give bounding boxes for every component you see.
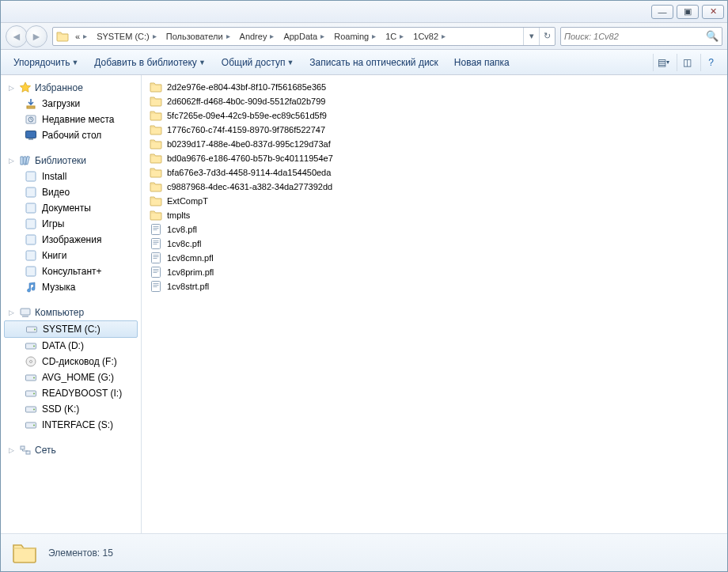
sidebar-item[interactable]: SSD (K:) bbox=[1, 401, 141, 417]
file-item[interactable]: 1cv8strt.pfl bbox=[148, 279, 721, 294]
window-titlebar: — ▣ ✕ bbox=[1, 1, 727, 23]
sidebar-item[interactable]: Загрузки bbox=[1, 96, 141, 112]
window-minimize-button[interactable]: — bbox=[651, 5, 673, 19]
breadcrumb-segment[interactable]: «▸ bbox=[72, 32, 93, 41]
command-toolbar: Упорядочить▼ Добавить в библиотеку▼ Общи… bbox=[1, 50, 727, 75]
breadcrumb-segment[interactable]: Пользователи▸ bbox=[163, 32, 237, 41]
sidebar-item[interactable]: AVG_HOME (G:) bbox=[1, 369, 141, 385]
network-header[interactable]: ▷Сеть bbox=[1, 442, 141, 458]
computer-header[interactable]: ▷Компьютер bbox=[1, 305, 141, 320]
favorites-header[interactable]: ▷Избранное bbox=[1, 80, 141, 96]
folder-item[interactable]: tmplts bbox=[148, 208, 721, 222]
file-item[interactable]: 1cv8.pfl bbox=[148, 222, 721, 237]
libi-icon bbox=[25, 249, 37, 262]
nav-back-button[interactable]: ◄ bbox=[6, 25, 28, 47]
file-item[interactable]: 1cv8prim.pfl bbox=[148, 265, 721, 279]
search-box[interactable]: 🔍 bbox=[560, 27, 722, 46]
file-name-label: 1776c760-c74f-4159-8970-9f786f522747 bbox=[167, 125, 325, 134]
sidebar-item-label: Недавние места bbox=[42, 114, 114, 125]
computer-icon bbox=[19, 306, 32, 319]
sidebar-item[interactable]: Книги bbox=[1, 248, 141, 263]
hdd-icon bbox=[25, 387, 37, 400]
sidebar-item[interactable]: Изображения bbox=[1, 232, 141, 248]
sidebar-item[interactable]: SYSTEM (C:) bbox=[4, 320, 138, 338]
file-name-label: b0239d17-488e-4be0-837d-995c129d73af bbox=[167, 139, 331, 149]
sidebar-item[interactable]: Недавние места bbox=[1, 112, 141, 127]
folder-item[interactable]: bfa676e3-7d3d-4458-9114-4da154450eda bbox=[148, 165, 721, 180]
breadcrumb-segment[interactable]: SYSTEM (C:)▸ bbox=[93, 32, 163, 41]
sidebar-item-label: Консультант+ bbox=[42, 266, 102, 277]
star-icon bbox=[19, 81, 32, 94]
preview-pane-button[interactable]: ◫ bbox=[677, 54, 697, 71]
sidebar-item-label: SYSTEM (C:) bbox=[43, 324, 100, 335]
file-name-label: tmplts bbox=[167, 210, 190, 220]
breadcrumb-segment[interactable]: 1Cv82▸ bbox=[410, 32, 452, 41]
folder-icon bbox=[150, 180, 162, 193]
sidebar-item[interactable]: DATA (D:) bbox=[1, 338, 141, 354]
folder-item[interactable]: 5fc7265e-09e4-42c9-b59e-ec89c561d5f9 bbox=[148, 108, 721, 123]
folder-icon bbox=[150, 209, 162, 222]
search-input[interactable] bbox=[564, 32, 706, 41]
sidebar-item[interactable]: Музыка bbox=[1, 279, 141, 295]
window-close-button[interactable]: ✕ bbox=[702, 5, 724, 19]
nav-forward-button[interactable]: ► bbox=[25, 25, 47, 47]
window-maximize-button[interactable]: ▣ bbox=[677, 5, 699, 19]
sidebar-item[interactable]: Игры bbox=[1, 216, 141, 232]
file-name-label: ExtCompT bbox=[167, 196, 208, 206]
folder-item[interactable]: 1776c760-c74f-4159-8970-9f786f522747 bbox=[148, 123, 721, 137]
add-to-library-button[interactable]: Добавить в библиотеку▼ bbox=[88, 54, 211, 71]
folder-icon bbox=[150, 95, 162, 108]
status-item-count: Элементов: 15 bbox=[48, 547, 113, 559]
breadcrumb-segment[interactable]: Roaming▸ bbox=[331, 32, 382, 41]
desktop-icon bbox=[25, 129, 37, 142]
file-name-label: 1cv8.pfl bbox=[167, 225, 197, 234]
breadcrumb-segment[interactable]: 1C▸ bbox=[382, 32, 410, 41]
file-name-label: bfa676e3-7d3d-4458-9114-4da154450eda bbox=[167, 168, 331, 177]
search-icon: 🔍 bbox=[706, 30, 719, 42]
sidebar-item[interactable]: CD-дисковод (F:) bbox=[1, 354, 141, 369]
sidebar-item[interactable]: INTERFACE (S:) bbox=[1, 417, 141, 433]
sidebar-item-label: Изображения bbox=[42, 234, 101, 245]
burn-button[interactable]: Записать на оптический диск bbox=[303, 54, 445, 71]
sidebar-item[interactable]: Консультант+ bbox=[1, 263, 141, 279]
libi-icon bbox=[25, 233, 37, 246]
organize-button[interactable]: Упорядочить▼ bbox=[7, 54, 85, 71]
breadcrumb-segment[interactable]: Andrey▸ bbox=[237, 32, 281, 41]
computer-group: ▷Компьютер SYSTEM (C:)DATA (D:)CD-дисков… bbox=[1, 305, 141, 433]
address-bar[interactable]: «▸SYSTEM (C:)▸Пользователи▸Andrey▸AppDat… bbox=[52, 27, 555, 46]
file-item[interactable]: 1cv8cmn.pfl bbox=[148, 251, 721, 265]
file-name-label: 1cv8cmn.pfl bbox=[167, 253, 214, 263]
address-dropdown-button[interactable]: ▾ bbox=[523, 28, 539, 45]
file-item[interactable]: 1cv8c.pfl bbox=[148, 237, 721, 251]
folder-icon bbox=[150, 123, 162, 136]
file-name-label: 1cv8strt.pfl bbox=[167, 282, 209, 291]
libraries-header[interactable]: ▷Библиотеки bbox=[1, 153, 141, 169]
folder-item[interactable]: c9887968-4dec-4631-a382-34da277392dd bbox=[148, 180, 721, 194]
folder-item[interactable]: bd0a9676-e186-4760-b57b-9c40111954e7 bbox=[148, 151, 721, 165]
sidebar-item-label: AVG_HOME (G:) bbox=[42, 372, 114, 383]
sidebar-item[interactable]: READYBOOST (I:) bbox=[1, 385, 141, 401]
folder-item[interactable]: 2d2e976e-e804-43bf-8f10-7f561685e365 bbox=[148, 80, 721, 94]
help-button[interactable]: ? bbox=[700, 54, 721, 71]
folder-item[interactable]: b0239d17-488e-4be0-837d-995c129d73af bbox=[148, 137, 721, 151]
address-refresh-button[interactable]: ↻ bbox=[539, 28, 555, 45]
sidebar-item[interactable]: Install bbox=[1, 169, 141, 184]
folder-icon bbox=[56, 30, 69, 43]
sidebar-item-label: SSD (K:) bbox=[42, 403, 79, 415]
folder-item[interactable]: ExtCompT bbox=[148, 194, 721, 208]
favorites-group: ▷Избранное ЗагрузкиНедавние местаРабочий… bbox=[1, 80, 141, 143]
file-name-label: bd0a9676-e186-4760-b57b-9c40111954e7 bbox=[167, 153, 333, 163]
sidebar-item[interactable]: Рабочий стол bbox=[1, 127, 141, 143]
sidebar-item[interactable]: Документы bbox=[1, 200, 141, 216]
folder-item[interactable]: 2d6062ff-d468-4b0c-909d-5512fa02b799 bbox=[148, 94, 721, 108]
sidebar-item-label: INTERFACE (S:) bbox=[42, 419, 113, 430]
share-button[interactable]: Общий доступ▼ bbox=[215, 54, 301, 71]
network-group: ▷Сеть bbox=[1, 442, 141, 458]
libi-icon bbox=[25, 265, 37, 278]
new-folder-button[interactable]: Новая папка bbox=[448, 54, 516, 71]
file-list-pane[interactable]: 2d2e976e-e804-43bf-8f10-7f561685e3652d60… bbox=[142, 75, 727, 533]
status-bar: Элементов: 15 bbox=[1, 533, 727, 571]
view-options-button[interactable]: ▤▾ bbox=[653, 54, 673, 71]
sidebar-item[interactable]: Видео bbox=[1, 184, 141, 200]
breadcrumb-segment[interactable]: AppData▸ bbox=[280, 32, 331, 41]
